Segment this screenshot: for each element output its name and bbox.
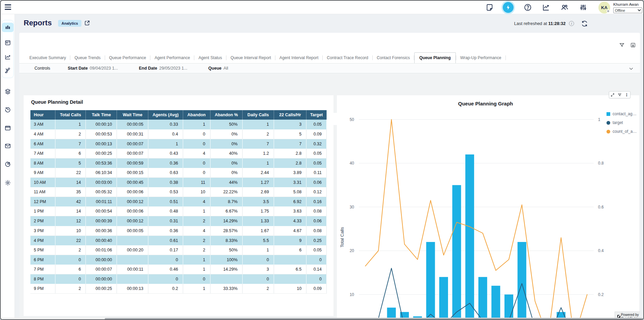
tab-agent-interval-report[interactable]: Agent Interval Report [275,53,322,63]
controls-filters: Start Date09/04/2023 1...End Date29/05/2… [68,66,249,71]
table-cell: 0.09 [306,129,327,139]
column-header-total-calls[interactable]: Total Calls [55,110,86,120]
column-header-wait-time[interactable]: Wait Time [117,110,148,120]
export-icon[interactable] [630,42,636,48]
users-icon[interactable] [561,3,569,11]
table-cell: 0.05 [306,149,327,158]
control-queue[interactable]: QueueAll [208,66,228,71]
sidebar-item-design[interactable] [1,66,15,75]
column-header-talk-time[interactable]: Talk Time [86,110,117,120]
table-cell: 4 [183,149,210,158]
tab-queue-planning[interactable]: Queue Planning [414,52,456,64]
sidebar-item-calendar[interactable] [1,38,15,47]
table-cell: 7 [243,139,274,149]
column-header-agents-avg[interactable]: Agents (Avg) [148,110,183,120]
tab-contract-trace-record[interactable]: Contract Trace Record [323,53,372,63]
control-start-date[interactable]: Start Date09/04/2023 1... [68,66,118,71]
quick-actions-bolt-icon[interactable] [503,2,514,13]
horizontal-scrollbar-thumb[interactable] [105,318,643,320]
table-cell: 00:00:00 [86,274,117,284]
tab-agent-performance[interactable]: Agent Performance [150,53,194,63]
sidebar-item-pie[interactable] [1,159,15,169]
sidebar [1,14,15,320]
visual-title: Queue Planning Detail [31,99,83,105]
table-cell: 1 [243,158,274,168]
bar-3-pm[interactable] [504,295,513,318]
sidebar-item-trends[interactable] [1,52,15,62]
line-chart-icon [4,54,11,60]
external-link-icon[interactable] [84,20,90,26]
tab-agent-status[interactable]: Agent Status [194,53,226,63]
control-end-date[interactable]: End Date29/05/2023 1... [139,66,188,71]
tab-queue-trends[interactable]: Queue Trends [70,53,104,63]
sidebar-item-layers[interactable] [1,87,15,96]
column-header-abandon[interactable]: Abandon [183,110,210,120]
analytics-badge[interactable]: Analytics [58,20,81,27]
kebab-menu-icon[interactable]: ⋮ [625,93,629,97]
table-cell: 0.36 [148,158,183,168]
table-cell: 0.05 [306,158,327,168]
left-axis-tick: 30 [350,205,354,210]
table-cell: 10 [274,284,306,294]
expand-icon[interactable] [611,93,615,97]
history-icon [4,106,11,113]
bar-6-am[interactable] [387,307,396,318]
sidebar-item-history[interactable] [1,105,15,114]
bar-9-am[interactable] [426,242,435,318]
column-header-22-calls-hr[interactable]: 22 Calls/Hr [274,110,306,120]
bar-1-pm[interactable] [478,277,487,318]
table-row: 10 AM1400:03:0000:00:450.381144%1.273.31… [30,178,327,188]
table-cell: 00:00:05 [117,120,148,129]
column-header-daily-calls[interactable]: Daily Calls [243,110,274,120]
window-icon [4,125,11,131]
bar-10-am[interactable] [439,277,448,318]
quicksight-badge[interactable]: Powered by QuickSight [615,312,640,318]
status-select[interactable]: Offline [613,7,642,13]
tab-queue-interval-report[interactable]: Queue Interval Report [226,53,275,63]
table-cell: 4 AM [30,129,55,139]
horizontal-scrollbar[interactable] [1,318,644,320]
column-header-target[interactable]: Target [306,110,327,120]
table-cell: 5.08 [274,187,306,197]
filter-icon[interactable] [618,93,622,97]
report-tabs: Executive SummaryQueue TrendsQueue Perfo… [25,52,626,63]
settings-sliders-icon[interactable] [579,3,587,11]
hamburger-menu-icon[interactable] [5,4,11,10]
table-cell: 1 [183,265,210,274]
column-header-hour[interactable]: Hour [30,110,55,120]
help-icon[interactable] [524,3,532,11]
sidebar-item-window[interactable] [1,123,15,133]
bar-2-pm[interactable] [491,286,500,318]
refresh-icon[interactable] [581,20,588,27]
table-cell: 0.25 [306,236,327,245]
table-cell: 0 [55,274,86,284]
table-cell: 1 [183,284,210,294]
table-cell: 3.31 [274,178,306,188]
table-cell: 11 AM [30,187,55,197]
bar-4-pm[interactable] [518,242,526,318]
line-series-count-of-a[interactable] [365,120,587,318]
table-cell: 0 [183,168,210,178]
filter-icon[interactable] [619,42,625,48]
bar-12-pm[interactable] [465,154,474,318]
info-icon[interactable]: i [569,21,574,26]
chevron-down-icon[interactable] [628,66,634,71]
right-axis-tick: 0.6 [598,205,604,210]
column-header-abandon[interactable]: Abandon % [210,110,243,120]
tab-wrap-up-performance[interactable]: Wrap-Up Performance [456,53,505,63]
notes-icon[interactable] [486,3,494,11]
table-cell: 2 [243,129,274,139]
table-cell: 12 [55,216,86,226]
sidebar-item-settings[interactable] [1,178,15,188]
sidebar-item-reports[interactable] [2,23,14,32]
last-refreshed: Last refreshed at 11:28:32 [514,21,566,26]
tab-executive-summary[interactable]: Executive Summary [25,53,70,63]
bar-11-am[interactable] [452,185,461,318]
tab-contact-forensics[interactable]: Contact Forensics [373,53,414,63]
table-cell: 100% [210,255,243,265]
table-cell: 7 [274,139,306,149]
sidebar-item-mail[interactable] [1,141,15,151]
table-cell: 00:00:15 [117,168,148,178]
metrics-icon[interactable] [542,3,550,11]
tab-queue-performance[interactable]: Queue Performance [105,53,150,63]
